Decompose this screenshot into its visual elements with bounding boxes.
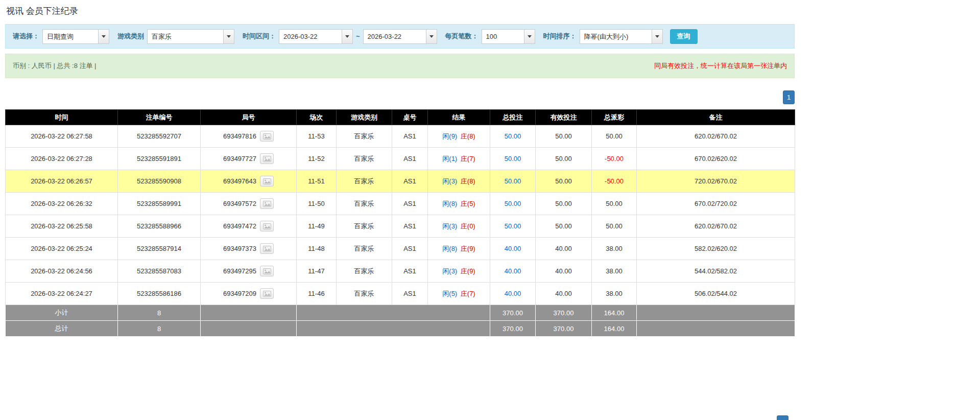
bet-id-cell: 523285592707 <box>118 125 201 148</box>
result-player: 闲(3) <box>442 267 457 275</box>
total-bet-cell: 50.00 <box>490 170 536 193</box>
col-header-result: 结果 <box>428 110 490 125</box>
remark-cell: 620.02/670.02 <box>637 125 795 148</box>
video-replay-button[interactable] <box>260 153 274 164</box>
total-bet-link[interactable]: 40.00 <box>505 290 521 297</box>
result-cell: 闲(1) 庄(7) <box>428 148 490 170</box>
table-body: 2026-03-22 06:27:58 523285592707 6934978… <box>6 125 795 305</box>
time-cell: 2026-03-22 06:24:27 <box>6 283 118 305</box>
video-icon <box>263 201 271 207</box>
chevron-down-icon[interactable] <box>342 30 352 43</box>
chevron-down-icon[interactable] <box>524 30 535 43</box>
video-replay-button[interactable] <box>260 198 274 209</box>
result-player: 闲(8) <box>442 200 457 207</box>
chevron-down-icon[interactable] <box>223 30 234 43</box>
pagination-page-button-bottom[interactable]: 1 <box>777 415 788 420</box>
round-cell: 693497727 <box>201 148 297 170</box>
result-player: 闲(5) <box>442 290 457 297</box>
date-from-picker[interactable]: 2026-03-22 <box>279 29 353 44</box>
chevron-down-icon[interactable] <box>426 30 437 43</box>
table-no-cell: AS1 <box>392 260 428 283</box>
time-cell: 2026-03-22 06:24:56 <box>6 260 118 283</box>
chevron-down-icon[interactable] <box>652 30 662 43</box>
payout-cell: -50.00 <box>592 148 637 170</box>
chevron-down-icon[interactable] <box>98 30 109 43</box>
result-cell: 闲(9) 庄(8) <box>428 125 490 148</box>
table-no-cell: AS1 <box>392 125 428 148</box>
game-type-cell: 百家乐 <box>337 283 392 305</box>
video-replay-button[interactable] <box>260 131 274 142</box>
round-cell: 693497373 <box>201 238 297 260</box>
payout-cell: 38.00 <box>592 260 637 283</box>
date-from-value[interactable]: 2026-03-22 <box>279 30 342 43</box>
result-banker: 庄(9) <box>461 267 475 275</box>
result-player: 闲(3) <box>442 222 457 230</box>
round-id: 693497472 <box>223 222 256 230</box>
video-icon <box>263 156 271 162</box>
time-cell: 2026-03-22 06:27:58 <box>6 125 118 148</box>
payout-cell: 50.00 <box>592 215 637 238</box>
subtotal-valid-bet: 370.00 <box>536 305 592 321</box>
result-banker: 庄(5) <box>461 200 475 207</box>
round-id: 693497572 <box>223 200 256 207</box>
round-id: 693497643 <box>223 177 256 185</box>
remark-cell: 720.02/670.02 <box>637 170 795 193</box>
total-total-bet: 370.00 <box>490 321 536 337</box>
subtotal-row: 小计 8 370.00 370.00 164.00 <box>6 305 795 321</box>
video-replay-button[interactable] <box>260 266 274 276</box>
bets-table: 时间 注单编号 局号 场次 游戏类别 桌号 结果 总投注 有效投注 总派彩 备注… <box>5 109 795 337</box>
sort-order-combobox[interactable]: 降幂(由大到小) <box>580 29 663 44</box>
remark-cell: 670.02/720.02 <box>637 193 795 215</box>
date-type-value[interactable]: 日期查询 <box>43 30 98 43</box>
result-player: 闲(9) <box>442 132 457 140</box>
date-type-label: 请选择： <box>13 32 39 41</box>
date-to-picker[interactable]: 2026-03-22 <box>363 29 437 44</box>
result-player: 闲(1) <box>442 155 457 162</box>
total-count: 8 <box>118 321 201 337</box>
search-button[interactable]: 查询 <box>670 29 698 44</box>
valid-bet-cell: 40.00 <box>536 283 592 305</box>
remark-cell: 582.02/620.02 <box>637 238 795 260</box>
session-cell: 11-50 <box>297 193 337 215</box>
result-cell: 闲(3) 庄(0) <box>428 215 490 238</box>
time-range-label: 时间区间： <box>243 32 276 41</box>
pagination-page-button[interactable]: 1 <box>783 90 795 104</box>
total-bet-link[interactable]: 40.00 <box>505 267 521 275</box>
total-bet-cell: 40.00 <box>490 283 536 305</box>
valid-bet-cell: 40.00 <box>536 238 592 260</box>
total-bet-cell: 50.00 <box>490 193 536 215</box>
page-size-value[interactable]: 100 <box>482 30 524 43</box>
date-type-combobox[interactable]: 日期查询 <box>42 29 109 44</box>
total-bet-link[interactable]: 50.00 <box>505 132 521 140</box>
pagination-top: 1 <box>5 90 795 104</box>
page-title: 视讯 会员下注纪录 <box>6 5 795 17</box>
total-label: 总计 <box>6 321 118 337</box>
result-banker: 庄(8) <box>461 132 475 140</box>
game-type-combobox[interactable]: 百家乐 <box>147 29 234 44</box>
col-header-time: 时间 <box>6 110 118 125</box>
total-bet-link[interactable]: 50.00 <box>505 177 521 185</box>
round-id: 693497816 <box>223 132 256 140</box>
total-bet-link[interactable]: 40.00 <box>505 245 521 252</box>
date-to-value[interactable]: 2026-03-22 <box>364 30 426 43</box>
game-type-cell: 百家乐 <box>337 215 392 238</box>
sort-order-value[interactable]: 降幂(由大到小) <box>580 30 652 43</box>
result-cell: 闲(8) 庄(5) <box>428 193 490 215</box>
total-bet-link[interactable]: 50.00 <box>505 155 521 162</box>
round-cell: 693497816 <box>201 125 297 148</box>
game-type-value[interactable]: 百家乐 <box>148 30 223 43</box>
round-cell: 693497472 <box>201 215 297 238</box>
video-replay-button[interactable] <box>260 176 274 186</box>
valid-bet-cell: 50.00 <box>536 148 592 170</box>
page-size-combobox[interactable]: 100 <box>482 29 535 44</box>
total-bet-link[interactable]: 50.00 <box>505 222 521 230</box>
video-replay-button[interactable] <box>260 243 274 254</box>
table-no-cell: AS1 <box>392 283 428 305</box>
total-bet-link[interactable]: 50.00 <box>505 200 521 207</box>
round-id: 693497727 <box>223 155 256 162</box>
round-cell: 693497209 <box>201 283 297 305</box>
payout-value: 50.00 <box>606 222 623 230</box>
video-replay-button[interactable] <box>260 288 274 299</box>
col-header-session: 场次 <box>297 110 337 125</box>
video-replay-button[interactable] <box>260 221 274 231</box>
